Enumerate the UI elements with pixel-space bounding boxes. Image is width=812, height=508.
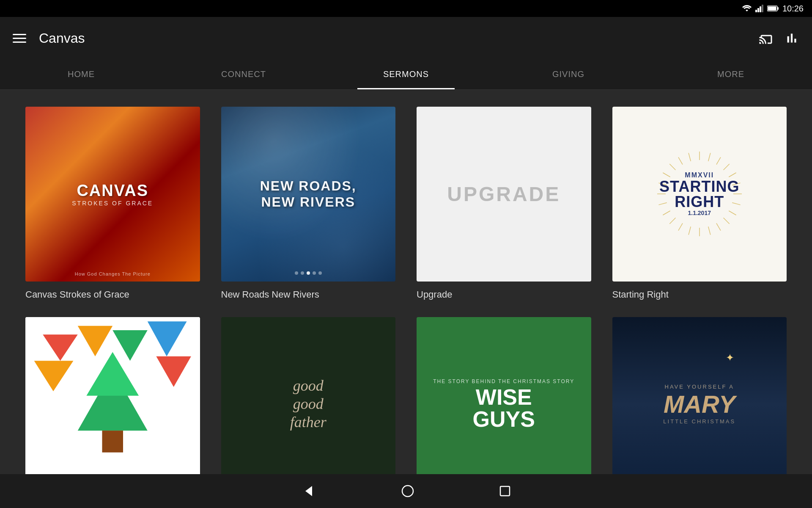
thumbnail-new-roads: NEW ROADS,NEW RIVERS [221,107,396,282]
cast-icon[interactable] [759,30,774,46]
app-bar-right [759,30,799,46]
starting-content: MMXVII STARTINGRIGHT 1.1.2017 [659,171,739,216]
rivers-thumb-text: NEW ROADS,NEW RIVERS [260,178,357,210]
status-time: 10:26 [782,4,804,14]
stats-icon[interactable] [784,30,799,46]
sermon-card-canvas-strokes[interactable]: CANVAS STROKES OF GRACE How God Changes … [25,107,200,300]
menu-button[interactable] [13,34,26,43]
tab-giving[interactable]: GIVING [487,59,650,89]
recents-icon [499,485,511,497]
dot-1 [295,271,298,275]
wise-guys-title: WISEGUYS [473,386,535,430]
svg-rect-0 [755,10,757,12]
svg-rect-2 [760,6,761,12]
tab-more[interactable]: MORE [650,59,812,89]
svg-line-8 [708,153,710,161]
sermon-title-new-roads: New Roads New Rivers [221,289,396,300]
back-button[interactable] [301,483,316,499]
thumbnail-mary: ✦ HAVE YOURSELF A MARY LITTLE CHRISTMAS [612,317,787,475]
dot-2 [301,271,304,275]
sermon-card-christmas[interactable] [25,317,200,475]
sermon-card-new-roads[interactable]: NEW ROADS,NEW RIVERS New Roads New River… [221,107,396,300]
svg-point-42 [402,486,413,497]
sermon-title-canvas-strokes: Canvas Strokes of Grace [25,289,200,300]
svg-line-30 [689,153,691,161]
sermon-title-upgrade: Upgrade [417,289,591,300]
sermon-card-upgrade[interactable]: UPGRADE Upgrade [417,107,591,300]
wifi-icon [742,5,752,12]
content-area: CANVAS STROKES OF GRACE How God Changes … [0,90,812,474]
svg-line-21 [678,224,683,231]
tab-connect[interactable]: CONNECT [162,59,325,89]
svg-line-22 [669,218,675,224]
starting-title: STARTINGRIGHT [659,179,739,210]
svg-line-28 [669,164,675,170]
mary-small: HAVE YOURSELF A [665,384,734,390]
app-bar-left: Canvas [13,30,85,46]
dot-5 [318,271,322,275]
app-bar: Canvas [0,17,812,59]
svg-rect-3 [762,5,763,12]
svg-line-16 [723,218,729,224]
star-icon: ✦ [726,352,734,364]
wise-guys-small: THE STORY BEHIND THE CHRISTMAS STORY [433,378,574,384]
sermon-card-wise-guys[interactable]: THE STORY BEHIND THE CHRISTMAS STORY WIS… [417,317,591,475]
canvas-thumb-text: CANVAS [77,182,148,200]
nav-tabs: HOME CONNECT SERMONS GIVING MORE [0,59,812,90]
dot-4 [313,271,316,275]
tab-home[interactable]: HOME [0,59,162,89]
thumbnail-starting-right: MMXVII STARTINGRIGHT 1.1.2017 [612,107,787,282]
battery-icon [767,5,779,12]
mary-title: MARY [664,390,735,418]
home-icon [401,484,414,498]
sermon-grid: CANVAS STROKES OF GRACE How God Changes … [25,107,787,474]
svg-line-18 [708,227,710,235]
thumbnail-good-father: goodgoodfather [221,317,396,475]
status-icons: 10:26 [742,4,804,14]
sermon-card-starting-right[interactable]: MMXVII STARTINGRIGHT 1.1.2017 Starting R… [612,107,787,300]
svg-line-17 [716,224,721,231]
app-title: Canvas [39,30,85,46]
signal-icon [755,5,764,12]
svg-marker-41 [305,486,312,496]
canvas-thumb-bottom: How God Changes The Picture [75,271,151,276]
svg-line-20 [689,227,691,235]
sermon-card-mary[interactable]: ✦ HAVE YOURSELF A MARY LITTLE CHRISTMAS [612,317,787,475]
starting-date: 1.1.2017 [659,210,739,216]
dot-3 [307,271,310,275]
thumbnail-wise-guys: THE STORY BEHIND THE CHRISTMAS STORY WIS… [417,317,591,475]
thumbnail-canvas-strokes: CANVAS STROKES OF GRACE How God Changes … [25,107,200,282]
good-father-text: goodgoodfather [290,377,326,432]
bottom-nav [0,474,812,508]
svg-line-29 [678,157,683,165]
svg-line-9 [716,157,721,165]
svg-rect-6 [768,7,776,11]
recents-button[interactable] [499,485,511,497]
christmas-svg [25,317,200,475]
svg-line-10 [723,164,729,170]
sermon-card-good-father[interactable]: goodgoodfather [221,317,396,475]
svg-rect-43 [500,486,510,496]
svg-rect-40 [102,431,123,453]
mary-sub: LITTLE CHRISTMAS [663,418,735,425]
svg-rect-5 [777,7,779,10]
thumbnail-upgrade: UPGRADE [417,107,591,282]
tab-sermons[interactable]: SERMONS [325,59,487,89]
upgrade-thumb-text: UPGRADE [447,182,560,206]
svg-rect-1 [757,8,759,12]
thumbnail-christmas [25,317,200,475]
rivers-dots [295,271,322,275]
sermon-title-starting-right: Starting Right [612,289,787,300]
status-bar: 10:26 [0,0,812,17]
canvas-thumb-sub: STROKES OF GRACE [72,200,153,207]
home-button[interactable] [401,484,414,498]
back-icon [301,483,316,499]
